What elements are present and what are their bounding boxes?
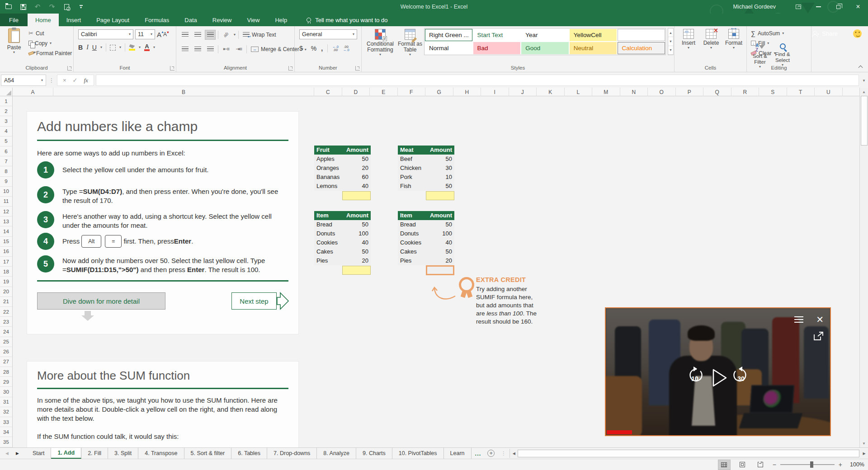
sheet-tab-2-fill[interactable]: 2. Fill — [81, 448, 108, 459]
row-header-13[interactable]: 13 — [0, 216, 12, 226]
yellow-formula-cell[interactable] — [342, 266, 371, 275]
tabbar-splitter[interactable]: ⋮ — [497, 448, 509, 459]
table-row[interactable]: Apples50 — [314, 155, 371, 164]
row-header-19[interactable]: 19 — [0, 277, 12, 287]
column-header-B[interactable]: B — [53, 88, 314, 96]
font-dialog-launcher[interactable] — [170, 66, 175, 70]
customize-qat-icon[interactable]: ▾ — [77, 3, 85, 11]
borders-icon[interactable] — [110, 45, 116, 51]
row-header-6[interactable]: 6 — [0, 146, 12, 156]
print-preview-icon[interactable] — [62, 3, 71, 11]
close-icon[interactable]: × — [848, 0, 868, 14]
row-header-18[interactable]: 18 — [0, 267, 12, 277]
column-header-F[interactable]: F — [398, 88, 426, 96]
decrease-indent-icon[interactable]: ⇤≡ — [221, 45, 231, 54]
row-header-14[interactable]: 14 — [0, 226, 12, 236]
redo-icon[interactable]: ↷ — [48, 3, 56, 11]
comma-icon[interactable]: , — [321, 45, 323, 52]
table-row[interactable]: Fish50 — [398, 182, 454, 191]
normal-view-icon[interactable] — [718, 460, 730, 470]
bold-button[interactable]: B — [78, 44, 83, 51]
open-icon[interactable] — [5, 3, 13, 11]
row-header-20[interactable]: 20 — [0, 287, 12, 297]
tell-me-box[interactable]: Tell me what you want to do — [307, 14, 387, 26]
row-header-24[interactable]: 24 — [0, 327, 12, 337]
column-header-U[interactable]: U — [815, 88, 843, 96]
insert-function-icon[interactable]: fx — [84, 77, 88, 84]
vertical-scrollbar[interactable]: ▲ ▼ — [859, 88, 868, 447]
table-row[interactable]: Bananas60 — [314, 173, 371, 182]
new-sheet-button[interactable]: + — [485, 448, 497, 459]
style-bad[interactable]: Bad — [473, 42, 521, 54]
column-header-O[interactable]: O — [648, 88, 676, 96]
row-header-3[interactable]: 3 — [0, 116, 12, 126]
ribbon-tab-help[interactable]: Help — [267, 14, 295, 26]
row-header-17[interactable]: 17 — [0, 257, 12, 267]
ribbon-tab-data[interactable]: Data — [177, 14, 204, 26]
column-header-C[interactable]: C — [314, 88, 342, 96]
currency-icon[interactable]: $ ▾ — [299, 45, 307, 52]
conditional-formatting-button[interactable]: Conditional Formatting▾ — [365, 29, 395, 56]
ribbon-tab-page-layout[interactable]: Page Layout — [89, 14, 137, 26]
video-forward-30-icon[interactable]: 30 — [734, 367, 745, 382]
number-format-select[interactable]: General▾ — [299, 29, 357, 39]
vertical-scroll-thumb[interactable] — [861, 96, 868, 146]
column-header-R[interactable]: R — [731, 88, 760, 96]
sheet-tab-3-split[interactable]: 3. Split — [108, 448, 138, 459]
ribbon-tab-review[interactable]: Review — [205, 14, 240, 26]
font-color-caret[interactable]: ▾ — [153, 46, 155, 49]
font-color-button[interactable]: A — [144, 44, 150, 51]
cut-button[interactable]: ✂Cut — [27, 28, 73, 38]
style-yellowcell[interactable]: YellowCell — [570, 29, 617, 41]
page-break-view-icon[interactable] — [755, 460, 766, 470]
name-box[interactable]: A54▾ — [1, 75, 46, 86]
scroll-down-icon[interactable]: ▼ — [860, 439, 868, 447]
yellow-formula-cell[interactable] — [342, 191, 371, 200]
table-row[interactable]: Bread50 — [314, 220, 371, 229]
wrap-text-button[interactable]: Wrap Text — [241, 30, 278, 39]
row-header-15[interactable]: 15 — [0, 237, 12, 247]
sheet-nav-left-icon[interactable]: ◀ — [5, 451, 9, 456]
row-header-8[interactable]: 8 — [0, 166, 12, 176]
sheet-tab-9-charts[interactable]: 9. Charts — [356, 448, 392, 459]
sheet-tab-10-pivottables[interactable]: 10. PivotTables — [392, 448, 444, 459]
delete-cells-button[interactable]: ✕ Delete▾ — [700, 29, 722, 50]
row-header-22[interactable]: 22 — [0, 307, 12, 317]
fill-color-button[interactable] — [129, 44, 135, 51]
row-header-16[interactable]: 16 — [0, 247, 12, 257]
sheet-tab-1-add[interactable]: 1. Add — [51, 448, 81, 459]
horizontal-scrollbar[interactable]: ◀ ▶ — [509, 449, 868, 458]
selected-formula-cell[interactable] — [426, 265, 454, 275]
shrink-font-icon[interactable]: A▼ — [163, 31, 167, 38]
align-top-icon[interactable] — [180, 30, 190, 39]
confirm-entry-icon[interactable]: ✓ — [73, 77, 78, 84]
borders-caret[interactable]: ▾ — [119, 46, 121, 49]
number-dialog-launcher[interactable] — [355, 66, 360, 70]
undo-icon[interactable]: ↶ — [33, 3, 42, 11]
sheet-tab-8-analyze[interactable]: 8. Analyze — [317, 448, 356, 459]
copy-button[interactable]: Copy▾ — [27, 38, 73, 48]
row-header-9[interactable]: 9 — [0, 177, 12, 187]
restore-icon[interactable] — [828, 0, 848, 14]
row-header-10[interactable]: 10 — [0, 187, 12, 197]
column-header-A[interactable]: A — [13, 88, 53, 96]
column-header-J[interactable]: J — [509, 88, 537, 96]
feedback-smiley-icon[interactable] — [853, 29, 862, 38]
video-close-icon[interactable]: ✕ — [816, 315, 824, 324]
align-center-icon[interactable] — [193, 45, 203, 54]
video-progress-bar[interactable] — [607, 430, 632, 434]
video-popout-icon[interactable] — [814, 332, 824, 341]
decrease-decimal-icon[interactable]: .00→.0 — [343, 45, 349, 52]
row-header-4[interactable]: 4 — [0, 127, 12, 136]
column-header-N[interactable]: N — [620, 88, 648, 96]
increase-indent-icon[interactable]: ⇥≡ — [234, 45, 244, 54]
align-right-icon[interactable] — [205, 45, 215, 54]
minimize-icon[interactable] — [808, 0, 828, 14]
row-header-23[interactable]: 23 — [0, 317, 12, 327]
select-all-corner[interactable] — [0, 88, 13, 96]
next-step-button[interactable]: Next step — [231, 292, 277, 310]
row-header-33[interactable]: 33 — [0, 417, 12, 427]
row-header-30[interactable]: 30 — [0, 387, 12, 397]
table-row[interactable]: Lemons40 — [314, 182, 371, 191]
grow-font-icon[interactable]: A▲ — [157, 31, 161, 38]
